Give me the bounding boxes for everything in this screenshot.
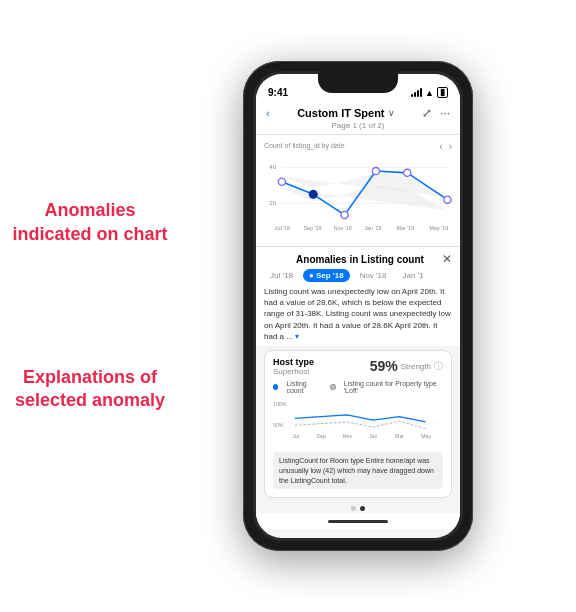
info-icon[interactable]: ⓘ (434, 360, 443, 373)
anomaly-tab-sep18[interactable]: ● Sep '18 (303, 269, 350, 282)
anomaly-tab-jan19[interactable]: Jan '1 (397, 269, 430, 282)
chevron-down-icon[interactable]: ∨ (388, 108, 395, 118)
svg-text:Nov '18: Nov '18 (334, 225, 352, 231)
chart-nav-left[interactable]: ‹ (439, 141, 442, 152)
header-title-group: Custom IT Spent ∨ (297, 107, 394, 119)
svg-point-8 (341, 211, 348, 218)
legend-dot-loft (330, 384, 336, 390)
legend-label-loft: Listing count for Property type 'Loft' (344, 380, 443, 394)
anomaly-tab-nov18[interactable]: Nov '18 (354, 269, 393, 282)
svg-text:Sep '18: Sep '18 (303, 225, 321, 231)
chart-header-row: Count of listing_id by date ‹ › (264, 141, 452, 152)
svg-point-12 (309, 190, 318, 199)
anomaly-header: Anomalies in Listing count ✕ (256, 247, 460, 269)
svg-text:Mar: Mar (395, 433, 404, 439)
svg-text:May '19: May '19 (430, 225, 449, 231)
host-card-header: Host type Superhost 59% Strength ⓘ (273, 357, 443, 376)
anomaly-explanation-label: Explanations of selected anomaly (10, 366, 170, 413)
phone-notch (318, 71, 398, 93)
legend-dot-listing (273, 384, 278, 390)
chart-nav-right[interactable]: › (449, 141, 452, 152)
header-nav: ‹ (266, 107, 270, 119)
left-labels: Anomalies indicated on chart Explanation… (10, 0, 170, 612)
legend-label-listing: Listing count (286, 380, 322, 394)
host-card: Host type Superhost 59% Strength ⓘ Listi… (264, 350, 452, 498)
host-type-info: Host type Superhost (273, 357, 314, 376)
home-bar (328, 520, 388, 523)
phone-screen: 9:41 ▲ ▮ (256, 74, 460, 538)
anomaly-panel-title: Anomalies in Listing count (278, 254, 442, 265)
svg-text:40: 40 (269, 163, 276, 170)
page-dot-2[interactable] (360, 506, 365, 511)
main-chart-svg: 40 20 (264, 152, 452, 242)
header-actions: ⤢ ··· (422, 106, 450, 120)
svg-text:Jul '18: Jul '18 (275, 225, 290, 231)
signal-icon (411, 88, 422, 97)
pagination (256, 502, 460, 513)
mini-legend: Listing count Listing count for Property… (273, 380, 443, 394)
svg-text:Nov: Nov (343, 433, 353, 439)
status-time: 9:41 (268, 87, 288, 98)
mini-chart-svg: 100% 50% Jul Sep Nov Jan Mar May (273, 396, 443, 446)
svg-text:May: May (421, 433, 431, 439)
expand-button[interactable]: ▾ (295, 332, 299, 341)
svg-text:20: 20 (269, 199, 276, 206)
expand-icon[interactable]: ⤢ (422, 106, 432, 120)
anomaly-chart-label: Anomalies indicated on chart (10, 199, 170, 246)
page-dot-1[interactable] (351, 506, 356, 511)
svg-text:50%: 50% (273, 422, 284, 428)
strength-percentage: 59% (370, 358, 398, 374)
header-title: Custom IT Spent (297, 107, 384, 119)
strength-label: Strength (401, 362, 431, 371)
status-icons: ▲ ▮ (411, 87, 448, 98)
phone-inner: 9:41 ▲ ▮ (253, 71, 463, 541)
host-type-value: Superhost (273, 367, 314, 376)
home-indicator (256, 513, 460, 529)
battery-icon: ▮ (437, 87, 448, 98)
chart-section: Count of listing_id by date ‹ › 40 20 (256, 135, 460, 246)
svg-point-11 (444, 196, 451, 203)
header-row1: ‹ Custom IT Spent ∨ ⤢ ··· (266, 106, 450, 120)
svg-text:Jan '19: Jan '19 (364, 225, 381, 231)
header-subtitle: Page 1 (1 of 2) (266, 121, 450, 130)
svg-text:Jul: Jul (292, 433, 299, 439)
svg-point-10 (404, 169, 411, 176)
svg-point-9 (372, 167, 379, 174)
chart-label: Count of listing_id by date (264, 142, 345, 149)
svg-text:Sep: Sep (317, 433, 326, 439)
phone-shell: 9:41 ▲ ▮ (243, 61, 473, 551)
anomaly-tab-jul18[interactable]: Jul '18 (264, 269, 299, 282)
anomaly-description: Listing count was unexpectedly low on Ap… (256, 286, 460, 346)
svg-text:Jan: Jan (369, 433, 378, 439)
host-type-label: Host type (273, 357, 314, 367)
back-button[interactable]: ‹ (266, 107, 270, 119)
svg-text:100%: 100% (273, 401, 287, 407)
mini-chart-footnote: ListingCount for Room type Entire home/a… (273, 452, 443, 489)
chart-svg-container: 40 20 (264, 152, 452, 242)
strength-badge: 59% Strength ⓘ (370, 358, 443, 374)
anomaly-panel: Anomalies in Listing count ✕ Jul '18 ● S… (256, 246, 460, 346)
anomaly-tabs: Jul '18 ● Sep '18 Nov '18 Jan '1 (256, 269, 460, 286)
close-button[interactable]: ✕ (442, 252, 452, 266)
app-header: ‹ Custom IT Spent ∨ ⤢ ··· Page 1 (1 of 2… (256, 102, 460, 135)
more-icon[interactable]: ··· (440, 106, 450, 120)
wifi-icon: ▲ (425, 88, 434, 98)
svg-point-6 (278, 178, 285, 185)
svg-text:Mar '19: Mar '19 (396, 225, 414, 231)
